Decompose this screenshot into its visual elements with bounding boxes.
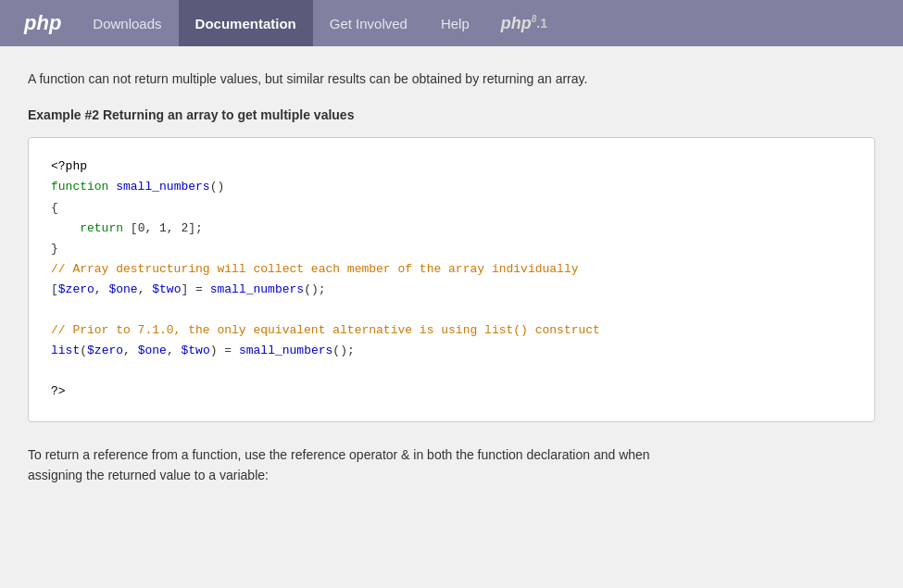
version-logo: php8 [501,14,537,33]
outro-paragraph: To return a reference from a function, u… [28,444,875,486]
code-line-7: [$zero, $one, $two] = small_numbers(); [51,280,852,300]
code-line-9: // Prior to 7.1.0, the only equivalent a… [51,320,852,341]
logo-text: php [24,11,61,35]
navbar: php Downloads Documentation Get Involved… [0,0,903,46]
nav-help[interactable]: Help [424,0,486,46]
code-line-4: return [0, 1, 2]; [51,219,852,239]
php-logo[interactable]: php [9,0,76,46]
example-heading: Example #2 Returning an array to get mul… [28,107,875,122]
version-number: .1 [536,16,547,31]
code-line-3: { [51,198,852,219]
code-line-8 [51,300,852,320]
code-line-1: <?php [51,156,852,177]
code-line-11 [51,361,852,382]
code-line-5: } [51,239,852,259]
php-version-badge[interactable]: php8.1 [486,0,562,46]
code-line-2: function small_numbers() [51,177,852,197]
nav-downloads[interactable]: Downloads [76,0,178,46]
main-content: A function can not return multiple value… [0,46,903,588]
intro-paragraph: A function can not return multiple value… [28,69,875,89]
code-line-10: list($zero, $one, $two) = small_numbers(… [51,341,852,361]
nav-documentation[interactable]: Documentation [179,0,313,46]
nav-get-involved[interactable]: Get Involved [313,0,424,46]
code-line-6: // Array destructuring will collect each… [51,259,852,280]
code-line-12: ?> [51,382,852,402]
code-block: <?php function small_numbers() { return … [28,137,875,421]
